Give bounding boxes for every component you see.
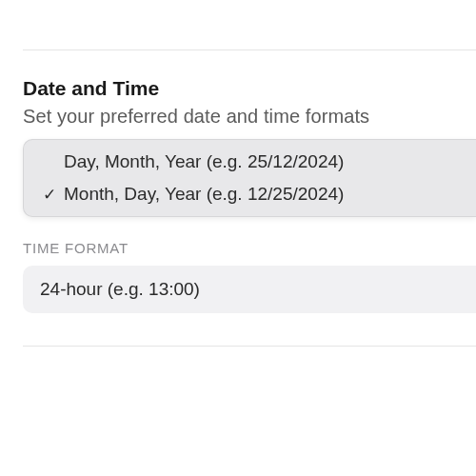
section-divider-bottom <box>23 346 476 347</box>
section-divider-top <box>23 50 476 50</box>
date-format-dropdown[interactable]: Day, Month, Year (e.g. 25/12/2024) ✓ Mon… <box>23 139 476 217</box>
date-format-option-dmy[interactable]: Day, Month, Year (e.g. 25/12/2024) <box>24 146 476 178</box>
section-title: Date and Time <box>23 77 476 100</box>
date-format-option-mdy[interactable]: ✓ Month, Day, Year (e.g. 12/25/2024) <box>24 178 476 210</box>
date-format-option-label: Month, Day, Year (e.g. 12/25/2024) <box>64 184 344 205</box>
section-subtitle: Set your preferred date and time formats <box>23 106 476 128</box>
date-format-option-label: Day, Month, Year (e.g. 25/12/2024) <box>64 151 344 172</box>
check-icon: ✓ <box>43 185 64 205</box>
time-format-value: 24-hour (e.g. 13:00) <box>40 279 200 299</box>
time-format-label: TIME FORMAT <box>23 240 476 256</box>
time-format-select[interactable]: 24-hour (e.g. 13:00) <box>23 266 476 313</box>
